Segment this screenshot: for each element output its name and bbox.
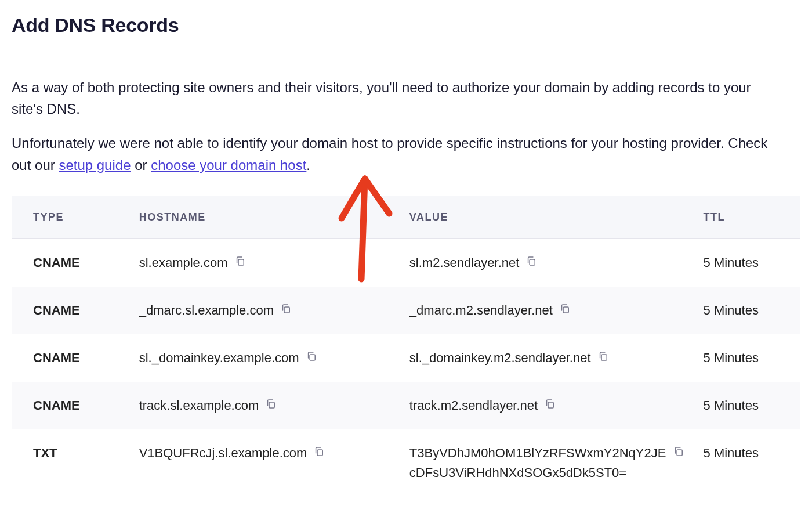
cell-ttl: 5 Minutes [694, 334, 800, 382]
copy-hostname-icon[interactable] [234, 255, 246, 268]
cell-value: sl._domainkey.m2.sendlayer.net [400, 334, 694, 382]
table-row: CNAMEsl._domainkey.example.comsl._domain… [12, 334, 800, 382]
col-header-ttl: TTL [694, 196, 800, 239]
cell-type: CNAME [12, 382, 130, 429]
value-text: T3ByVDhJM0hOM1BlYzRFSWxmY2NqY2JEcDFsU3Vi… [409, 443, 666, 483]
cell-ttl: 5 Minutes [694, 287, 800, 334]
value-text: track.m2.sendlayer.net [409, 396, 538, 415]
svg-rect-2 [284, 307, 289, 313]
cell-type: CNAME [12, 287, 130, 334]
hostname-text: sl.example.com [139, 253, 228, 273]
cell-value: _dmarc.m2.sendlayer.net [400, 287, 694, 334]
svg-rect-8 [318, 450, 323, 456]
value-text: sl._domainkey.m2.sendlayer.net [409, 348, 591, 368]
section-divider [0, 53, 812, 53]
table-row: CNAMEtrack.sl.example.comtrack.m2.sendla… [12, 382, 800, 429]
cell-value: track.m2.sendlayer.net [400, 382, 694, 429]
intro-text-post: . [306, 157, 310, 173]
cell-hostname: _dmarc.sl.example.com [130, 287, 400, 334]
cell-value: sl.m2.sendlayer.net [400, 238, 694, 287]
cell-hostname: sl._domainkey.example.com [130, 334, 400, 382]
col-header-hostname: HOSTNAME [130, 196, 400, 239]
value-text: _dmarc.m2.sendlayer.net [409, 301, 553, 320]
cell-type: TXT [12, 429, 130, 497]
svg-rect-1 [530, 259, 535, 265]
svg-rect-3 [563, 307, 568, 313]
table-row: CNAME_dmarc.sl.example.com_dmarc.m2.send… [12, 287, 800, 334]
hostname-text: V1BQUFRcJj.sl.example.com [139, 443, 307, 463]
table-header-row: TYPE HOSTNAME VALUE TTL [12, 196, 800, 239]
hostname-text: track.sl.example.com [139, 396, 259, 415]
svg-rect-6 [269, 402, 274, 408]
cell-hostname: V1BQUFRcJj.sl.example.com [130, 429, 400, 497]
hostname-text: _dmarc.sl.example.com [139, 301, 274, 320]
cell-ttl: 5 Minutes [694, 382, 800, 429]
svg-rect-7 [548, 402, 553, 408]
svg-rect-0 [238, 259, 244, 265]
page-title: Add DNS Records [12, 14, 800, 37]
copy-hostname-icon[interactable] [264, 397, 277, 410]
copy-value-icon[interactable] [543, 397, 556, 410]
cell-ttl: 5 Minutes [694, 429, 800, 497]
cell-hostname: track.sl.example.com [130, 382, 400, 429]
col-header-value: VALUE [400, 196, 694, 239]
intro-paragraph-1: As a way of both protecting site owners … [12, 77, 783, 120]
cell-type: CNAME [12, 238, 130, 287]
setup-guide-link[interactable]: setup guide [59, 157, 130, 173]
copy-hostname-icon[interactable] [313, 445, 325, 458]
copy-hostname-icon[interactable] [280, 302, 292, 315]
svg-rect-9 [677, 450, 682, 456]
table-row: TXTV1BQUFRcJj.sl.example.comT3ByVDhJM0hO… [12, 429, 800, 497]
table-row: CNAMEsl.example.comsl.m2.sendlayer.net5 … [12, 238, 800, 287]
svg-rect-5 [601, 355, 607, 360]
col-header-type: TYPE [12, 196, 130, 239]
copy-value-icon[interactable] [559, 302, 571, 315]
copy-value-icon[interactable] [525, 255, 538, 268]
cell-ttl: 5 Minutes [694, 238, 800, 287]
dns-table-container: TYPE HOSTNAME VALUE TTL CNAMEsl.example.… [12, 196, 800, 498]
choose-domain-host-link[interactable]: choose your domain host [151, 157, 306, 173]
svg-rect-4 [310, 355, 315, 360]
intro-text-mid: or [131, 157, 151, 173]
copy-value-icon[interactable] [597, 350, 610, 363]
copy-hostname-icon[interactable] [305, 350, 318, 363]
dns-records-table: TYPE HOSTNAME VALUE TTL CNAMEsl.example.… [12, 196, 800, 497]
cell-hostname: sl.example.com [130, 238, 400, 287]
hostname-text: sl._domainkey.example.com [139, 348, 299, 368]
value-text: sl.m2.sendlayer.net [409, 253, 520, 273]
cell-type: CNAME [12, 334, 130, 382]
copy-value-icon[interactable] [672, 445, 685, 458]
cell-value: T3ByVDhJM0hOM1BlYzRFSWxmY2NqY2JEcDFsU3Vi… [400, 429, 694, 497]
intro-paragraph-2: Unfortunately we were not able to identi… [12, 132, 783, 175]
